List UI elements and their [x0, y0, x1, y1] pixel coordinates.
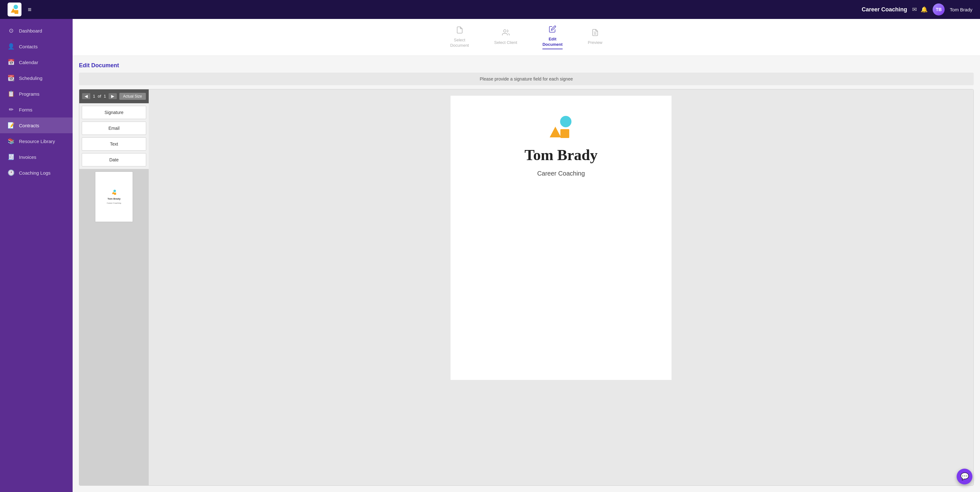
svg-point-3 — [504, 30, 506, 32]
chat-bubble-button[interactable]: 💬 — [957, 469, 972, 484]
sidebar-item-label: Forms — [19, 107, 32, 112]
forms-icon: ✏ — [8, 106, 14, 113]
field-buttons: Signature Email Text Date — [79, 103, 149, 169]
select-document-label: SelectDocument — [450, 38, 469, 48]
thumb-subtitle: Career Coaching — [107, 202, 121, 204]
invoices-icon: 🧾 — [8, 153, 14, 161]
wizard-step-select-client[interactable]: Select Client — [494, 29, 517, 46]
edit-document-title: Edit Document — [79, 62, 974, 69]
sidebar-item-label: Resource Library — [19, 139, 55, 144]
svg-point-9 — [560, 116, 571, 127]
content-area: SelectDocument Select Client — [73, 19, 980, 492]
user-name: Tom Brady — [950, 7, 972, 12]
signature-field-button[interactable]: Signature — [82, 106, 146, 119]
sidebar-item-label: Programs — [19, 91, 40, 97]
svg-marker-10 — [550, 127, 561, 137]
sidebar-item-forms[interactable]: ✏ Forms — [0, 102, 73, 118]
bell-icon[interactable]: 🔔 — [921, 6, 928, 13]
svg-rect-11 — [560, 129, 569, 138]
sidebar-item-dashboard[interactable]: ⊙ Dashboard — [0, 23, 73, 38]
sidebar-item-invoices[interactable]: 🧾 Invoices — [0, 149, 73, 165]
doc-thumbnail[interactable]: Tom Brady Career Coaching — [95, 172, 133, 222]
doc-thumbnail-area: Tom Brady Career Coaching — [79, 169, 149, 486]
page-next-button[interactable]: ▶ — [108, 93, 117, 99]
page-nav: ◀ 1 of 1 ▶ — [82, 93, 116, 99]
page-total: 1 — [103, 94, 106, 99]
page-current: 1 — [93, 94, 95, 99]
actual-size-button[interactable]: Actual Size — [119, 93, 146, 100]
header-icons: ✉ 🔔 — [912, 6, 928, 13]
scheduling-icon: 📆 — [8, 75, 14, 81]
edit-section: Edit Document Please provide a signature… — [73, 56, 980, 492]
doc-editor: ◀ 1 of 1 ▶ Actual Size Signature Email T… — [79, 89, 974, 486]
sidebar-item-label: Invoices — [19, 154, 36, 160]
doc-logo-area — [549, 115, 574, 140]
app-name: Career Coaching — [862, 6, 907, 13]
doc-person-subtitle: Career Coaching — [537, 170, 585, 177]
doc-right-panel: Tom Brady Career Coaching — [149, 89, 974, 486]
doc-person-name: Tom Brady — [524, 146, 598, 164]
sidebar-item-scheduling[interactable]: 📆 Scheduling — [0, 70, 73, 86]
svg-rect-8 — [114, 193, 116, 195]
menu-icon[interactable]: ≡ — [28, 6, 32, 13]
text-field-button[interactable]: Text — [82, 137, 146, 151]
calendar-icon: 📅 — [8, 59, 14, 66]
thumb-logo — [111, 189, 117, 196]
sidebar-item-label: Contacts — [19, 44, 38, 49]
sidebar-item-contacts[interactable]: 👤 Contacts — [0, 38, 73, 54]
main-layout: ⊙ Dashboard 👤 Contacts 📅 Calendar 📆 Sche… — [0, 19, 980, 492]
thumb-name: Tom Brady — [107, 197, 120, 200]
edit-document-label: EditDocument — [542, 37, 563, 47]
date-field-button[interactable]: Date — [82, 153, 146, 166]
select-document-icon — [456, 26, 463, 36]
doc-toolbar: ◀ 1 of 1 ▶ Actual Size — [79, 89, 149, 103]
wizard-step-edit-document[interactable]: EditDocument — [542, 25, 563, 49]
resource-library-icon: 📚 — [8, 138, 14, 145]
wizard-steps: SelectDocument Select Client — [73, 19, 980, 56]
sidebar-item-label: Calendar — [19, 60, 38, 65]
sidebar-item-label: Dashboard — [19, 28, 42, 33]
sidebar-item-resource-library[interactable]: 📚 Resource Library — [0, 133, 73, 149]
contracts-icon: 📝 — [8, 122, 14, 129]
svg-point-6 — [113, 190, 116, 192]
sidebar: ⊙ Dashboard 👤 Contacts 📅 Calendar 📆 Sche… — [0, 19, 73, 492]
wizard-step-select-document[interactable]: SelectDocument — [450, 26, 469, 48]
sidebar-item-label: Scheduling — [19, 75, 42, 81]
select-client-label: Select Client — [494, 40, 517, 46]
preview-icon — [591, 29, 599, 38]
doc-page: Tom Brady Career Coaching — [450, 96, 671, 380]
sidebar-item-label: Coaching Logs — [19, 170, 51, 175]
svg-rect-2 — [14, 10, 18, 14]
top-header: ≡ Career Coaching ✉ 🔔 TB Tom Brady — [0, 0, 980, 19]
sidebar-item-calendar[interactable]: 📅 Calendar — [0, 54, 73, 70]
sidebar-item-coaching-logs[interactable]: 🕐 Coaching Logs — [0, 165, 73, 181]
edit-document-icon — [549, 25, 556, 35]
email-icon[interactable]: ✉ — [912, 6, 917, 13]
logo-box — [8, 3, 21, 16]
select-client-icon — [502, 29, 509, 38]
sidebar-item-label: Contracts — [19, 123, 39, 128]
email-field-button[interactable]: Email — [82, 122, 146, 135]
signature-warning: Please provide a signature field for eac… — [79, 73, 974, 85]
sidebar-item-programs[interactable]: 📋 Programs — [0, 86, 73, 102]
coaching-logs-icon: 🕐 — [8, 169, 14, 176]
avatar[interactable]: TB — [933, 3, 945, 16]
sidebar-item-contracts[interactable]: 📝 Contracts — [0, 118, 73, 133]
page-prev-button[interactable]: ◀ — [82, 93, 90, 99]
header-right: Career Coaching ✉ 🔔 TB Tom Brady — [862, 3, 972, 16]
programs-icon: 📋 — [8, 90, 14, 97]
contacts-icon: 👤 — [8, 43, 14, 50]
preview-label: Preview — [588, 40, 602, 46]
doc-left-panel: ◀ 1 of 1 ▶ Actual Size Signature Email T… — [79, 89, 149, 486]
svg-point-0 — [14, 5, 18, 9]
wizard-step-preview[interactable]: Preview — [588, 29, 602, 46]
header-left: ≡ — [8, 3, 32, 16]
page-of-label: of — [98, 94, 101, 99]
dashboard-icon: ⊙ — [8, 27, 14, 34]
